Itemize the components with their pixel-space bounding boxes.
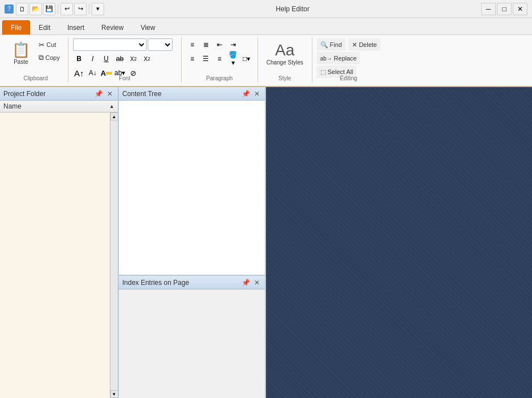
list-bullet-button[interactable]: ≡ [186,38,199,51]
underline-button[interactable]: U [100,53,113,65]
project-folder-body[interactable] [0,113,110,398]
replace-icon: ab→ [320,55,332,62]
scroll-up-btn[interactable]: ▲ [110,113,118,120]
style-label: Style [258,75,312,81]
font-row-1 [73,38,173,51]
project-folder-header: Project Folder 📌 ✕ [0,87,118,101]
copy-button[interactable]: ⧉ Copy [35,51,63,64]
content-tree-header: Content Tree 📌 ✕ [119,87,265,101]
content-tree-body[interactable] [119,101,265,275]
editing-label: Editing [312,75,385,81]
tab-insert[interactable]: Insert [59,20,93,34]
project-folder-header-right: 📌 ✕ [94,89,114,98]
change-styles-icon: Aa [275,41,294,59]
title-bar: ? 🗋 📂 💾 ↩ ↪ ▾ Help Editor ─ □ ✕ [0,0,532,18]
tab-file[interactable]: File [2,20,30,34]
align-right-button[interactable]: ≡ [213,53,226,65]
redo-button[interactable]: ↪ [74,3,87,15]
window-title: Help Editor [276,5,309,13]
fill-color-button[interactable]: 🪣▾ [227,53,239,65]
index-close-icon[interactable]: ✕ [252,278,261,287]
project-folder-col-header: Name ▲ [0,101,118,113]
customize-button[interactable]: ▾ [92,3,104,15]
paragraph-group: ≡ ≣ ⇤ ⇥ ≡ ☰ ≡ 🪣▾ □▾ Paragraph [182,37,258,83]
change-styles-button[interactable]: Aa Change Styles [263,38,307,69]
scroll-down-btn[interactable]: ▼ [110,390,118,398]
index-pin-icon[interactable]: 📌 [241,278,250,287]
close-button[interactable]: ✕ [513,3,527,15]
window-controls: ─ □ ✕ [481,3,527,15]
border-button[interactable]: □▾ [241,53,253,65]
subscript-button[interactable]: X2 [127,53,140,65]
tab-view[interactable]: View [132,20,164,34]
italic-button[interactable]: I [87,53,99,65]
undo-button[interactable]: ↩ [61,3,73,15]
font-label: Font [68,75,181,81]
font-size-select[interactable] [148,38,173,51]
index-header-right: 📌 ✕ [241,278,261,287]
editor-area[interactable] [266,87,532,398]
content-tree-close-icon[interactable]: ✕ [252,89,261,98]
editing-row-1: 🔍 Find ✕ Delete [317,38,380,51]
copy-icon: ⧉ [38,53,44,62]
align-left-button[interactable]: ≡ [186,53,199,65]
align-center-button[interactable]: ☰ [200,53,212,65]
project-folder-close-icon[interactable]: ✕ [105,89,114,98]
cut-icon: ✂ [38,41,45,49]
bold-button[interactable]: B [73,53,85,65]
middle-panel: Content Tree 📌 ✕ Index Entries on Page 📌… [119,87,266,398]
new-button[interactable]: 🗋 [16,3,28,15]
project-folder-name-col: Name [3,102,22,110]
content-tree-title: Content Tree [122,90,161,98]
clipboard-label: Clipboard [3,75,68,81]
font-color-swatch [106,72,112,75]
replace-button[interactable]: ab→ Replace [317,52,360,64]
tab-edit[interactable]: Edit [30,20,59,34]
index-panel: Index Entries on Page 📌 ✕ [119,276,265,398]
main-area: Project Folder 📌 ✕ Name ▲ ▲ ▼ ◄ ► [0,87,532,398]
paragraph-label: Paragraph [182,75,258,81]
delete-button[interactable]: ✕ Delete [349,38,380,51]
cut-button[interactable]: ✂ Cut [35,38,63,51]
project-folder-pin-icon[interactable]: 📌 [94,89,103,98]
content-tree-header-right: 📌 ✕ [241,89,261,98]
find-icon: 🔍 [320,41,328,49]
para-row-2: ≡ ☰ ≡ 🪣▾ □▾ [186,53,253,65]
project-folder-scrollbar[interactable]: ▲ ▼ [110,113,118,398]
select-all-icon: ⬚ [320,68,326,76]
toolbar-separator [58,4,58,14]
app-icon: ? [5,5,14,14]
maximize-button[interactable]: □ [497,3,512,15]
project-folder-panel: Project Folder 📌 ✕ Name ▲ ▲ ▼ ◄ ► [0,87,119,398]
paste-button[interactable]: 📋 Paste [8,38,34,68]
paste-icon: 📋 [12,41,30,59]
title-bar-left: ? 🗋 📂 💾 ↩ ↪ ▾ [5,3,104,15]
tab-review[interactable]: Review [93,20,132,34]
ribbon-tabs: File Edit Insert Review View [0,18,532,35]
font-family-select[interactable] [73,38,147,51]
open-button[interactable]: 📂 [29,3,42,15]
index-title: Index Entries on Page [122,279,189,287]
font-row-2: B I U ab X2 X2 [73,53,153,65]
minimize-button[interactable]: ─ [481,3,496,15]
project-folder-title: Project Folder [3,90,46,98]
list-number-button[interactable]: ≣ [200,38,212,51]
editing-row-2: ab→ Replace [317,52,360,64]
project-folder-body-wrapper: ▲ ▼ [0,113,118,398]
change-styles-label: Change Styles [267,59,303,66]
content-tree-pin-icon[interactable]: 📌 [241,89,250,98]
find-button[interactable]: 🔍 Find [317,38,345,51]
ribbon-content: 📋 Paste ✂ Cut ⧉ Copy Clipboard [0,35,532,86]
para-row-1: ≡ ≣ ⇤ ⇥ [186,38,239,51]
quick-access-toolbar: 🗋 📂 💾 ↩ ↪ ▾ [16,3,104,15]
toolbar-separator-2 [89,4,89,14]
ribbon: File Edit Insert Review View 📋 Paste ✂ C… [0,18,532,87]
increase-indent-button[interactable]: ⇥ [227,38,239,51]
delete-icon: ✕ [352,41,357,49]
strikethrough-button[interactable]: ab [114,53,126,65]
decrease-indent-button[interactable]: ⇤ [213,38,226,51]
superscript-button[interactable]: X2 [141,53,153,65]
font-group: B I U ab X2 X2 A↑ A↓ A ab▾ [68,37,182,83]
index-body[interactable] [119,289,265,398]
save-button[interactable]: 💾 [43,3,55,15]
